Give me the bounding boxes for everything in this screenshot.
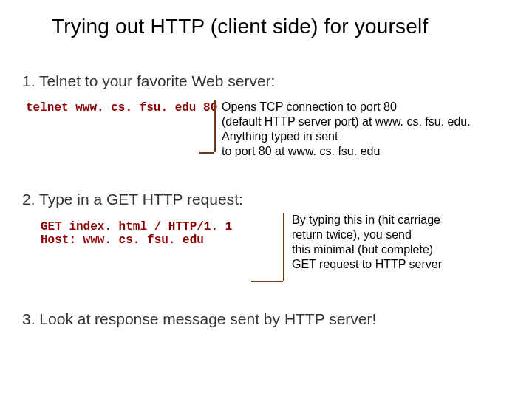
step-2-heading: 2. Type in a GET HTTP request: <box>22 191 243 208</box>
code-telnet: telnet www. cs. fsu. edu 80 <box>26 101 217 115</box>
note-get: By typing this in (hit carriagereturn tw… <box>292 213 506 272</box>
slide: Trying out HTTP (client side) for yourse… <box>0 0 532 399</box>
callout-bracket-icon <box>283 213 290 281</box>
callout-bracket-icon <box>200 152 214 154</box>
note-telnet: Opens TCP connection to port 80(default … <box>222 100 517 159</box>
step-1-heading: 1. Telnet to your favorite Web server: <box>22 72 275 90</box>
callout-bracket-icon <box>214 100 222 152</box>
step-3-heading: 3. Look at response message sent by HTTP… <box>22 310 376 328</box>
code-get: GET index. html / HTTP/1. 1Host: www. cs… <box>41 220 232 247</box>
callout-bracket-icon <box>251 281 283 282</box>
slide-title: Trying out HTTP (client side) for yourse… <box>52 15 495 38</box>
